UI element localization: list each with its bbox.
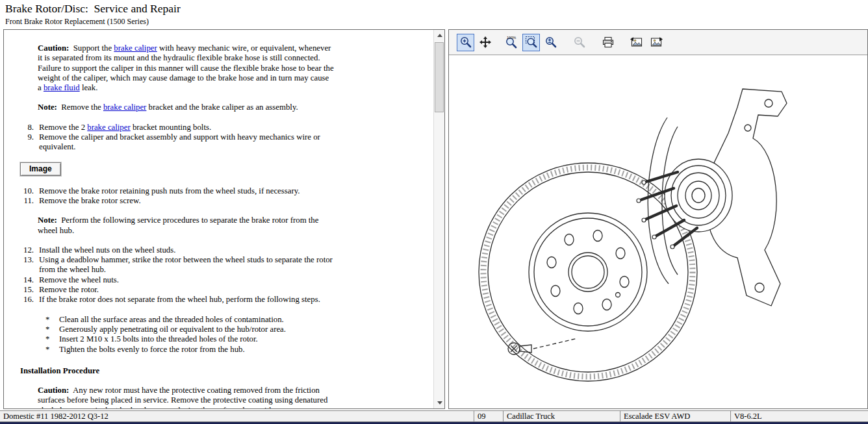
bullet-text: Generously apply penetrating oil or equi… [59,325,353,334]
text-segment: Remove the [57,103,103,112]
doc-link[interactable]: brake caliper [114,44,157,53]
text-segment: Tighten the bolts evenly to force the ro… [59,345,245,354]
print-button[interactable] [599,34,617,51]
step-list-10-11: 10. Remove the brake rotor retaining pus… [4,186,433,206]
step-number: 11. [19,196,34,206]
text-segment: Any new rotor must have the protective c… [38,386,327,408]
step-list-12-16: 12. Install the wheel nuts on the wheel … [4,245,433,305]
text-segment: Generously apply penetrating oil or equi… [59,325,286,334]
text-segment: Note: [38,216,57,225]
vertical-scrollbar[interactable] [433,30,444,408]
zoom-100-button[interactable]: 100% [503,34,520,51]
text-segment: Remove the caliper and bracket assembly … [39,132,320,151]
zoom-in-icon [459,36,472,49]
app-window: Brake Rotor/Disc: Service and Repair Fro… [0,0,868,424]
status-bar: Domestic #11 1982-2012 Q3-12 09 Cadillac… [0,410,868,422]
diagram-area[interactable] [449,55,867,408]
text-segment: Remove the wheel nuts. [39,275,119,284]
status-cell-model: Escalade ESV AWD [620,411,731,421]
step-text: Using a deadblow hammer, strike the roto… [39,255,333,275]
zoom-out-button [570,34,588,51]
step-text: If the brake rotor does not separate fro… [39,295,333,305]
status-cell-make: Cadillac Truck [504,411,620,421]
text-segment: Perform the following service procedures… [38,216,318,234]
doc-link[interactable]: brake fluid [44,83,80,92]
bullet-marker: * [45,334,51,344]
scroll-down-icon [437,401,442,405]
pan-button[interactable] [476,34,494,51]
step-item-14: 14. Remove the wheel nuts. [19,275,433,285]
page-title: Brake Rotor/Disc: Service and Repair [5,2,868,16]
step-text: Install the wheel nuts on the wheel stud… [39,245,333,255]
step-number: 9. [19,132,34,153]
text-segment: bracket mounting bolts. [131,123,211,132]
viewer-toolbar: 100% [449,30,867,55]
zoom-100-label: 100% [507,36,516,40]
bullet-item-1: * Clean all the surface areas and the th… [45,315,433,325]
text-segment: bracket and the brake caliper as an asse… [146,103,298,112]
text-segment: Remove the rotor. [39,285,99,294]
next-image-button[interactable] [647,34,665,51]
step-text: Remove the rotor. [39,285,333,295]
caution-paragraph-2: Caution: Any new rotor must have the pro… [38,386,334,408]
text-segment: Note: [38,103,57,112]
fit-window-button[interactable] [522,34,540,51]
bullet-text: Clean all the surface areas and the thre… [59,315,353,325]
next-image-icon [649,36,663,49]
document-content: Caution: Support the brake caliper with … [4,30,433,408]
step-text: Remove the wheel nuts. [39,275,333,285]
text-segment: Remove the brake rotor screw. [39,196,141,205]
step-text: Remove the 2 brake caliper bracket mount… [39,123,333,132]
doc-link[interactable]: brake caliper [103,103,146,112]
status-cell-database: Domestic #11 1982-2012 Q3-12 [0,411,474,421]
page-subtitle: Front Brake Rotor Replacement (1500 Seri… [5,17,868,27]
zoom-out-icon [573,36,586,49]
bullet-marker: * [45,345,51,355]
bullet-text: Tighten the bolts evenly to force the ro… [59,345,353,355]
bullet-list: * Clean all the surface areas and the th… [4,315,433,355]
step-item-9: 9. Remove the caliper and bracket assemb… [19,132,433,153]
text-segment: Install the wheel nuts on the wheel stud… [39,245,175,255]
step-number: 10. [19,186,34,196]
scrollbar-thumb[interactable] [435,42,444,112]
text-segment: leak. [80,83,98,92]
text-segment: Insert 2 M10 x 1.5 bolts into the thread… [59,334,258,343]
scrollbar-down-button[interactable] [434,397,445,408]
step-number: 12. [19,245,34,255]
fit-window-icon [525,36,538,49]
text-segment: Using a deadblow hammer, strike the roto… [39,255,333,274]
status-cell-engine: V8-6.2L [731,411,868,421]
print-icon [602,36,615,49]
scroll-up-icon [437,34,442,37]
brake-rotor-drawing [449,55,867,408]
zoom-in-button[interactable] [457,34,474,51]
step-item-8: 8. Remove the 2 brake caliper bracket mo… [19,123,433,132]
doc-link[interactable]: brake caliper [87,123,130,132]
zoom-dynamic-button[interactable] [542,34,559,51]
previous-image-icon [630,36,644,49]
bullet-item-4: * Tighten the bolts evenly to force the … [45,345,433,355]
text-segment: Clean all the surface areas and the thre… [59,315,284,324]
scrollbar-up-button[interactable] [434,30,445,41]
step-list-8-9: 8. Remove the 2 brake caliper bracket mo… [4,123,433,153]
status-cell-year: 09 [474,411,504,421]
image-button-row: Image [20,162,433,176]
step-number: 16. [19,295,34,305]
text-segment: Caution: [38,44,69,53]
step-number: 8. [19,123,34,132]
bullet-text: Insert 2 M10 x 1.5 bolts into the thread… [59,334,353,344]
previous-image-button[interactable] [628,34,645,51]
document-panel: Caution: Support the brake caliper with … [3,29,445,409]
installation-procedure-heading: Installation Procedure [20,366,433,376]
text-segment: Remove the brake rotor retaining push nu… [39,186,300,195]
text-segment: Support the [69,44,114,53]
step-text: Remove the brake rotor retaining push nu… [39,186,333,196]
image-button[interactable]: Image [20,162,61,176]
step-text: Remove the brake rotor screw. [39,196,333,206]
bullet-marker: * [45,325,51,334]
bullet-marker: * [45,315,51,325]
caution-paragraph-1: Caution: Support the brake caliper with … [38,44,334,93]
pan-icon [479,36,492,49]
image-viewer-panel: 100% [448,29,868,409]
step-item-11: 11. Remove the brake rotor screw. [19,196,433,206]
